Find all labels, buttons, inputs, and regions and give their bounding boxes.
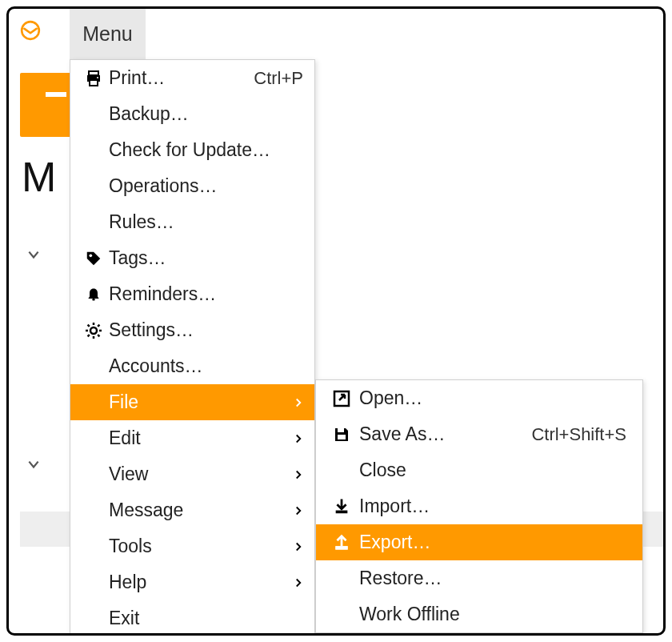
menu-item-rules[interactable]: Rules… <box>70 204 314 240</box>
svg-point-4 <box>97 77 98 78</box>
gear-icon <box>78 321 109 340</box>
menu-item-help[interactable]: Help <box>70 564 314 600</box>
menu-item-exit[interactable]: Exit <box>70 600 314 636</box>
svg-point-7 <box>90 327 97 334</box>
svg-rect-18 <box>338 435 346 439</box>
sidebar-expand-chevron[interactable] <box>26 457 41 471</box>
menu-item-label: Export… <box>359 532 631 553</box>
menu-item-reminders[interactable]: Reminders… <box>70 276 314 312</box>
menu-item-label: Operations… <box>109 175 303 197</box>
svg-point-0 <box>22 22 39 39</box>
menu-item-label: Accounts… <box>109 355 303 377</box>
export-icon <box>324 534 359 552</box>
svg-rect-17 <box>338 428 344 432</box>
submenu-item-open[interactable]: Open… <box>316 380 642 416</box>
menu-item-tags[interactable]: Tags… <box>70 240 314 276</box>
svg-line-12 <box>88 324 90 326</box>
toolbar-new-button[interactable] <box>20 73 76 137</box>
menu-item-label: Check for Update… <box>109 139 303 161</box>
menu-item-check-update[interactable]: Check for Update… <box>70 132 314 168</box>
file-submenu: Open… Save As… Ctrl+Shift+S Close Import… <box>315 379 643 633</box>
chevron-right-icon <box>290 470 303 479</box>
menu-item-backup[interactable]: Backup… <box>70 96 314 132</box>
menu-item-operations[interactable]: Operations… <box>70 168 314 204</box>
menu-item-shortcut: Ctrl+Shift+S <box>531 424 631 445</box>
menu-button[interactable]: Menu <box>70 9 146 59</box>
submenu-item-restore[interactable]: Restore… <box>316 560 642 596</box>
menu-item-label: Reminders… <box>109 283 303 305</box>
menu-item-label: Save As… <box>359 423 531 445</box>
chevron-right-icon <box>290 542 303 552</box>
menu-button-label: Menu <box>82 22 133 46</box>
menu-item-label: Backup… <box>109 103 303 125</box>
menu-item-label: Edit <box>109 427 290 449</box>
menu-item-tools[interactable]: Tools <box>70 528 314 564</box>
menu-item-label: Help <box>109 572 290 593</box>
svg-rect-6 <box>92 299 94 301</box>
menu-item-label: Settings… <box>109 319 303 341</box>
app-logo-icon <box>20 20 41 41</box>
menu-item-label: Exit <box>109 608 303 629</box>
menu-item-label: Import… <box>359 496 631 517</box>
svg-rect-20 <box>336 546 348 549</box>
menu-item-shortcut: Ctrl+P <box>254 68 303 89</box>
save-icon <box>324 425 359 444</box>
menu-item-settings[interactable]: Settings… <box>70 312 314 348</box>
chevron-right-icon <box>290 506 303 516</box>
menu-item-label: View <box>109 463 290 485</box>
chevron-right-icon <box>290 398 303 407</box>
svg-line-15 <box>98 324 99 326</box>
page-title-partial: M <box>22 153 56 201</box>
menu-item-view[interactable]: View <box>70 456 314 492</box>
menu-item-file[interactable]: File <box>70 384 314 420</box>
menu-item-label: Rules… <box>109 211 303 233</box>
printer-icon <box>78 69 109 88</box>
main-menu: Print… Ctrl+P Backup… Check for Update… … <box>70 59 315 636</box>
submenu-item-work-offline[interactable]: Work Offline <box>316 596 642 632</box>
menu-item-label: File <box>109 391 290 413</box>
svg-rect-19 <box>336 510 348 513</box>
menu-item-label: Tags… <box>109 247 303 269</box>
open-icon <box>324 389 359 408</box>
menu-item-label: Restore… <box>359 568 631 589</box>
chevron-right-icon <box>290 434 303 443</box>
menu-item-accounts[interactable]: Accounts… <box>70 348 314 384</box>
svg-point-5 <box>90 254 93 257</box>
menu-item-label: Work Offline <box>359 604 631 625</box>
submenu-item-import[interactable]: Import… <box>316 488 642 524</box>
submenu-item-save-as[interactable]: Save As… Ctrl+Shift+S <box>316 416 642 452</box>
svg-line-14 <box>88 335 90 336</box>
sidebar-expand-chevron[interactable] <box>26 247 41 262</box>
chevron-right-icon <box>290 578 303 588</box>
menu-item-label: Open… <box>359 387 631 409</box>
menu-item-print[interactable]: Print… Ctrl+P <box>70 60 314 96</box>
svg-rect-1 <box>89 71 98 75</box>
import-icon <box>324 498 359 516</box>
menu-item-label: Message <box>109 500 290 521</box>
svg-rect-3 <box>90 80 98 86</box>
menu-item-label: Close <box>359 459 631 481</box>
bell-icon <box>78 287 109 303</box>
menu-item-message[interactable]: Message <box>70 492 314 528</box>
submenu-item-close[interactable]: Close <box>316 452 642 488</box>
menu-item-label: Print… <box>109 67 254 89</box>
menu-item-edit[interactable]: Edit <box>70 420 314 456</box>
tag-icon <box>78 250 109 267</box>
svg-line-13 <box>98 335 99 336</box>
submenu-item-export[interactable]: Export… <box>316 524 642 560</box>
menu-item-label: Tools <box>109 536 290 557</box>
